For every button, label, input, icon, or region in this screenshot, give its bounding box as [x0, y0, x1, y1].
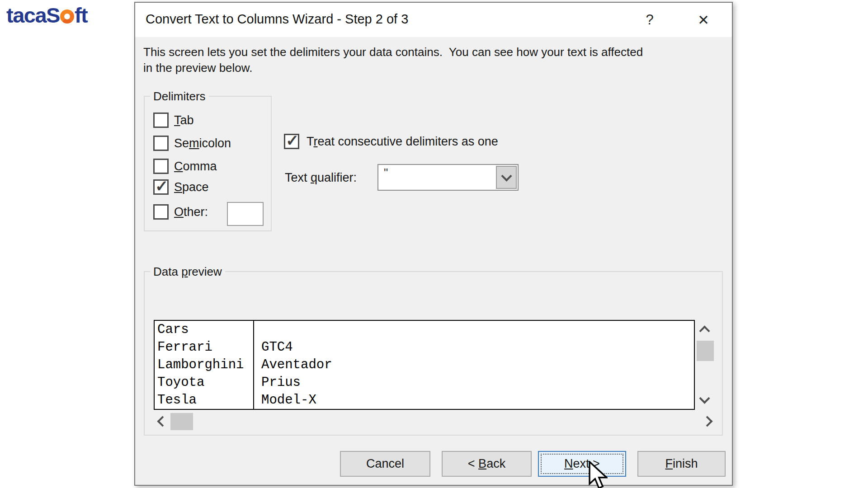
description-line-1: This screen lets you set the delimiters …	[143, 44, 643, 60]
cancel-button[interactable]: Cancel	[340, 451, 430, 477]
text-qualifier-label: Text qualifier:	[285, 171, 357, 185]
dialog-description: This screen lets you set the delimiters …	[143, 44, 643, 76]
dialog-title: Convert Text to Columns Wizard - Step 2 …	[146, 12, 408, 27]
space-checkbox[interactable]	[153, 179, 169, 195]
dialog-titlebar: Convert Text to Columns Wizard - Step 2 …	[135, 3, 732, 37]
logo-o-icon	[60, 9, 74, 23]
data-preview-label: Data preview	[150, 265, 225, 279]
preview-row: Toyota Prius	[155, 374, 694, 391]
mouse-cursor-icon	[587, 461, 608, 488]
help-icon: ?	[646, 12, 653, 28]
chevron-down-icon	[501, 171, 512, 182]
help-button[interactable]: ?	[637, 8, 662, 32]
vertical-scrollbar[interactable]	[696, 320, 715, 410]
delimiters-group-label: Delimiters	[150, 89, 209, 103]
space-checkbox-label: Space	[174, 180, 209, 194]
logo-text-post: ft	[75, 3, 87, 27]
preview-row: Cars	[155, 321, 694, 338]
text-to-columns-wizard-dialog: Convert Text to Columns Wizard - Step 2 …	[134, 2, 733, 486]
horizontal-scrollbar[interactable]	[151, 412, 720, 431]
column-divider	[253, 321, 254, 409]
scroll-right-icon[interactable]	[702, 416, 712, 427]
next-button[interactable]: Next >	[538, 451, 626, 477]
other-delimiter-input[interactable]	[227, 202, 264, 226]
tacasoft-logo: tacaSft	[6, 3, 87, 28]
comma-checkbox[interactable]	[153, 159, 169, 174]
scroll-up-icon[interactable]	[699, 325, 710, 336]
close-icon: ✕	[698, 12, 709, 28]
text-qualifier-dropdown-button[interactable]	[496, 166, 517, 189]
tab-checkbox-label: Tab	[174, 113, 194, 127]
preview-row: Lamborghini Aventador	[155, 356, 694, 374]
other-checkbox[interactable]	[153, 204, 169, 220]
back-button[interactable]: < Back	[442, 451, 532, 477]
scroll-down-icon[interactable]	[699, 393, 710, 404]
treat-consecutive-checkbox[interactable]	[284, 134, 299, 149]
text-qualifier-dropdown[interactable]: "	[377, 164, 519, 191]
semicolon-checkbox-label: Semicolon	[174, 136, 231, 150]
data-preview-table: Cars Ferrari GTC4 Lamborghini Aventador …	[154, 320, 695, 410]
preview-row: Tesla Model-X	[155, 391, 694, 409]
description-line-2: in the preview below.	[143, 60, 643, 76]
logo-text-pre: tacaS	[6, 3, 60, 27]
screen: tacaSft Convert Text to Columns Wizard -…	[0, 0, 868, 488]
treat-consecutive-label: Treat consecutive delimiters as one	[307, 135, 498, 149]
scroll-left-icon[interactable]	[157, 416, 168, 427]
other-checkbox-label: Other:	[174, 205, 208, 219]
comma-checkbox-label: Comma	[174, 160, 217, 174]
tab-checkbox[interactable]	[153, 113, 169, 128]
finish-button[interactable]: Finish	[637, 451, 726, 477]
preview-row: Ferrari GTC4	[155, 338, 694, 356]
text-qualifier-value: "	[384, 166, 388, 180]
vertical-scroll-thumb[interactable]	[697, 341, 714, 361]
horizontal-scroll-thumb[interactable]	[170, 413, 193, 430]
close-button[interactable]: ✕	[689, 8, 717, 32]
semicolon-checkbox[interactable]	[153, 136, 169, 151]
